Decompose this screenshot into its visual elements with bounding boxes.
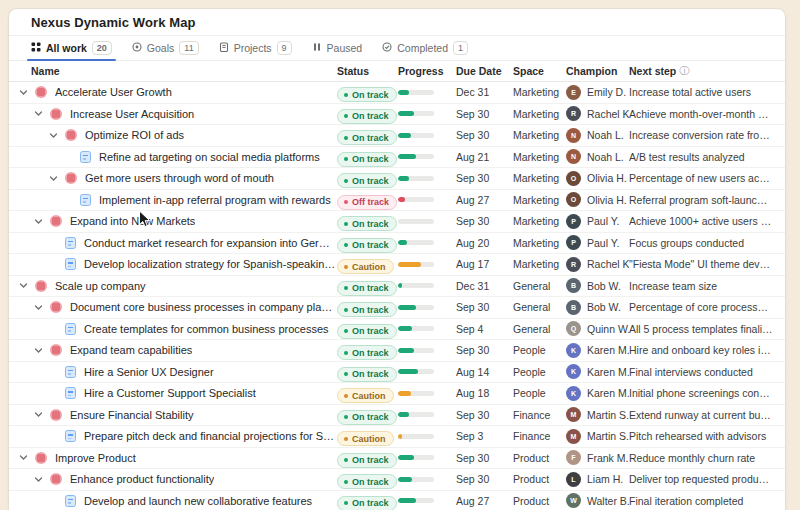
status-badge[interactable]: On track — [337, 281, 397, 296]
tab-paused[interactable]: Paused — [304, 36, 371, 60]
champion-cell[interactable]: RRachel K. — [566, 106, 629, 121]
champion-cell[interactable]: MMartin S. — [566, 429, 629, 444]
table-row[interactable]: Accelerate User GrowthOn trackDec 31Mark… — [9, 82, 785, 104]
status-badge[interactable]: Caution — [337, 388, 394, 403]
space[interactable]: Product — [513, 452, 566, 464]
column-header-champion[interactable]: Champion — [566, 65, 629, 77]
champion-cell[interactable]: OOlivia H. — [566, 171, 629, 186]
chevron-down-icon[interactable] — [32, 108, 44, 120]
next-step[interactable]: Hire and onboard key roles identified in… — [629, 344, 785, 356]
next-step[interactable]: Increase team size — [629, 280, 785, 292]
table-row[interactable]: Hire a Senior UX DesignerOn trackAug 14P… — [9, 362, 785, 384]
item-name[interactable]: Prepare pitch deck and financial project… — [84, 430, 337, 442]
space[interactable]: Marketing — [513, 151, 566, 163]
space[interactable]: Product — [513, 473, 566, 485]
item-name[interactable]: Enhance product functionality — [70, 473, 214, 485]
item-name[interactable]: Optimize ROI of ads — [85, 129, 184, 141]
table-row[interactable]: Increase User AcquisitionOn trackSep 30M… — [9, 104, 785, 126]
space[interactable]: Marketing — [513, 215, 566, 227]
next-step[interactable]: "Fiesta Mode" UI theme developed — [629, 258, 785, 270]
space[interactable]: General — [513, 323, 566, 335]
status-badge[interactable]: On track — [337, 109, 397, 124]
due-date[interactable]: Aug 27 — [456, 194, 513, 206]
champion-cell[interactable]: PPaul Y. — [566, 214, 629, 229]
table-row[interactable]: Optimize ROI of adsOn trackSep 30Marketi… — [9, 125, 785, 147]
due-date[interactable]: Aug 17 — [456, 258, 513, 270]
item-name[interactable]: Scale up company — [55, 280, 146, 292]
chevron-down-icon[interactable] — [32, 344, 44, 356]
chevron-down-icon[interactable] — [32, 473, 44, 485]
next-step[interactable]: Focus groups conducted — [629, 237, 785, 249]
next-step[interactable]: Extend runway at current burn rate — [629, 409, 785, 421]
due-date[interactable]: Aug 14 — [456, 366, 513, 378]
champion-cell[interactable]: KKaren M. — [566, 364, 629, 379]
status-badge[interactable]: On track — [337, 324, 397, 339]
champion-cell[interactable]: QQuinn W. — [566, 321, 629, 336]
status-badge[interactable]: On track — [337, 302, 397, 317]
due-date[interactable]: Sep 30 — [456, 172, 513, 184]
champion-cell[interactable]: KKaren M. — [566, 343, 629, 358]
item-name[interactable]: Hire a Senior UX Designer — [84, 366, 214, 378]
table-row[interactable]: Develop and launch new collaborative fea… — [9, 491, 785, 510]
item-name[interactable]: Refine ad targeting on social media plat… — [99, 151, 320, 163]
champion-cell[interactable]: BBob W. — [566, 278, 629, 293]
table-row[interactable]: Develop localization strategy for Spanis… — [9, 254, 785, 276]
status-badge[interactable]: On track — [337, 87, 397, 102]
item-name[interactable]: Implement in-app referral program with r… — [99, 194, 331, 206]
next-step[interactable]: Percentage of new users acquired through… — [629, 172, 785, 184]
due-date[interactable]: Sep 30 — [456, 473, 513, 485]
status-badge[interactable]: Caution — [337, 259, 394, 274]
due-date[interactable]: Sep 30 — [456, 344, 513, 356]
status-badge[interactable]: On track — [337, 474, 397, 489]
chevron-down-icon[interactable] — [17, 280, 29, 292]
chevron-down-icon[interactable] — [32, 409, 44, 421]
table-row[interactable]: Improve ProductOn trackSep 30ProductFFra… — [9, 448, 785, 470]
item-name[interactable]: Improve Product — [55, 452, 136, 464]
table-row[interactable]: Hire a Customer Support SpecialistCautio… — [9, 383, 785, 405]
champion-cell[interactable]: OOlivia H. — [566, 192, 629, 207]
column-header-progress[interactable]: Progress — [398, 65, 456, 77]
tab-all-work[interactable]: All work20 — [23, 36, 120, 60]
status-badge[interactable]: On track — [337, 345, 397, 360]
tab-completed[interactable]: Completed1 — [374, 36, 476, 60]
item-name[interactable]: Ensure Financial Stability — [70, 409, 194, 421]
due-date[interactable]: Sep 30 — [456, 409, 513, 421]
champion-cell[interactable]: EEmily D. — [566, 85, 629, 100]
chevron-down-icon[interactable] — [32, 215, 44, 227]
tab-goals[interactable]: Goals11 — [124, 36, 207, 60]
space[interactable]: Finance — [513, 409, 566, 421]
status-badge[interactable]: On track — [337, 216, 397, 231]
space[interactable]: Product — [513, 495, 566, 507]
table-row[interactable]: Scale up companyOn trackDec 31GeneralBBo… — [9, 276, 785, 298]
due-date[interactable]: Sep 30 — [456, 215, 513, 227]
status-badge[interactable]: Off track — [337, 195, 397, 210]
next-step[interactable]: A/B test results analyzed — [629, 151, 785, 163]
item-name[interactable]: Create templates for common business pro… — [84, 323, 329, 335]
chevron-down-icon[interactable] — [17, 452, 29, 464]
chevron-down-icon[interactable] — [17, 86, 29, 98]
champion-cell[interactable]: NNoah L. — [566, 128, 629, 143]
champion-cell[interactable]: PPaul Y. — [566, 235, 629, 250]
space[interactable]: Marketing — [513, 129, 566, 141]
next-step[interactable]: Pitch rehearsed with advisors — [629, 430, 785, 442]
table-row[interactable]: Expand team capabilitiesOn trackSep 30Pe… — [9, 340, 785, 362]
table-row[interactable]: Ensure Financial StabilityOn trackSep 30… — [9, 405, 785, 427]
space[interactable]: General — [513, 301, 566, 313]
status-badge[interactable]: On track — [337, 453, 397, 468]
next-step[interactable]: Reduce monthly churn rate — [629, 452, 785, 464]
chevron-down-icon[interactable] — [32, 301, 44, 313]
space[interactable]: People — [513, 366, 566, 378]
due-date[interactable]: Sep 3 — [456, 430, 513, 442]
table-row[interactable]: Get more users through word of mouthOn t… — [9, 168, 785, 190]
table-row[interactable]: Create templates for common business pro… — [9, 319, 785, 341]
table-row[interactable]: Document core business processes in comp… — [9, 297, 785, 319]
status-badge[interactable]: On track — [337, 496, 397, 510]
next-step[interactable]: Increase total active users — [629, 86, 785, 98]
table-row[interactable]: Prepare pitch deck and financial project… — [9, 426, 785, 448]
chevron-down-icon[interactable] — [47, 172, 59, 184]
column-header-space[interactable]: Space — [513, 65, 566, 77]
space[interactable]: Marketing — [513, 86, 566, 98]
space[interactable]: Marketing — [513, 172, 566, 184]
next-step[interactable]: Referral program soft-launched to top us… — [629, 194, 785, 206]
space[interactable]: Finance — [513, 430, 566, 442]
